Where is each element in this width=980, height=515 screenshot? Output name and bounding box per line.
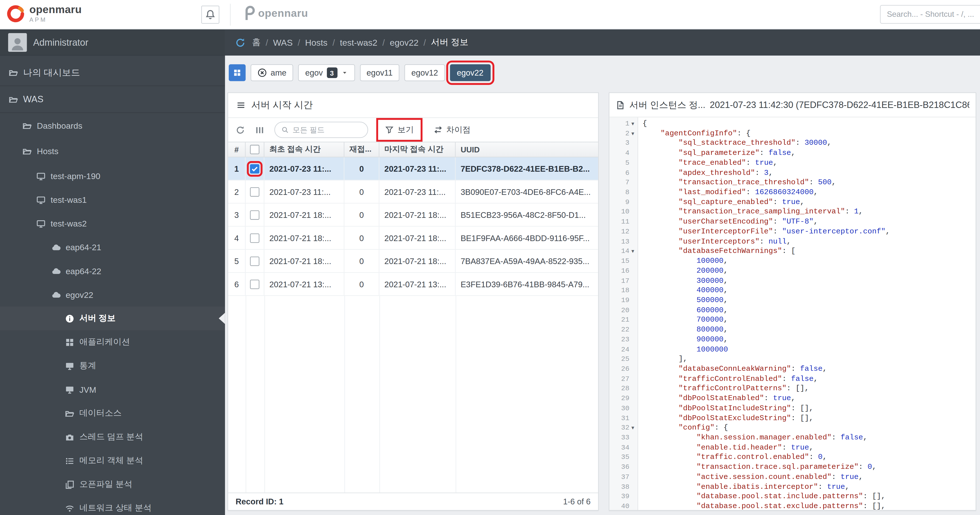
code-source: { "agentConfigInfo": { "sql_stacktrace_t… bbox=[638, 117, 975, 510]
column-header-4[interactable]: UUID bbox=[455, 142, 598, 157]
table-row-1[interactable]: 12021-07-23 11:...02021-07-23 11:...7EDF… bbox=[228, 157, 598, 181]
select-all-checkbox[interactable] bbox=[250, 145, 259, 154]
fold-caret-icon[interactable]: ▾ bbox=[629, 119, 636, 129]
reconnect-count: 0 bbox=[344, 273, 380, 295]
sidebar-item-test-apm-190[interactable]: test-apm-190 bbox=[0, 164, 225, 188]
column-header-0[interactable]: # bbox=[228, 142, 246, 157]
sidebar-item-statistics[interactable]: 통계 bbox=[0, 354, 225, 378]
line-number: 4 bbox=[625, 149, 629, 158]
column-header-1[interactable]: 최초 접속 시간 bbox=[264, 142, 344, 157]
line-number: 33 bbox=[621, 433, 629, 443]
notifications-button[interactable] bbox=[201, 6, 220, 24]
first-access-time: 2021-07-21 13:... bbox=[264, 273, 344, 295]
breadcrumb-item-1[interactable]: WAS bbox=[273, 38, 293, 48]
sidebar-item-open-file[interactable]: 오픈파일 분석 bbox=[0, 472, 225, 496]
reconnect-count: 0 bbox=[344, 204, 380, 226]
line-number: 39 bbox=[621, 492, 629, 502]
table-row-3[interactable]: 32021-07-21 18:...02021-07-21 18:...B51E… bbox=[228, 204, 598, 227]
x-circle-icon[interactable] bbox=[258, 68, 267, 77]
filter-chip-label: egov12 bbox=[412, 68, 438, 77]
sidebar-item-application[interactable]: 애플리케이션 bbox=[0, 330, 225, 354]
row-checkbox[interactable] bbox=[250, 210, 259, 219]
sidebar-item-eap64-21[interactable]: eap64-21 bbox=[0, 235, 225, 259]
sidebar-item-server-info[interactable]: 서버 정보 bbox=[0, 307, 225, 330]
column-header-2[interactable]: 재접... bbox=[344, 142, 380, 157]
row-checkbox[interactable] bbox=[250, 279, 259, 289]
table-filler bbox=[228, 296, 598, 493]
fold-caret-icon[interactable]: ▾ bbox=[629, 129, 636, 139]
code-line: "dbPoolStatExcludeString": [], bbox=[643, 414, 975, 424]
line-number: 30 bbox=[621, 404, 629, 414]
sidebar-item-was[interactable]: WAS bbox=[0, 86, 225, 113]
filter-chip-egov12[interactable]: egov12 bbox=[404, 64, 445, 81]
sidebar-item-network-status[interactable]: 네트워크 상태 분석 bbox=[0, 496, 225, 515]
columns-button[interactable] bbox=[255, 125, 264, 135]
breadcrumb-item-2[interactable]: Hosts bbox=[305, 38, 328, 48]
sidebar-item-label: test-was1 bbox=[51, 195, 87, 204]
grid-view-button[interactable] bbox=[229, 64, 245, 81]
line-number: 3 bbox=[625, 139, 629, 149]
first-access-time: 2021-07-21 18:... bbox=[264, 250, 344, 272]
sidebar-item-hosts[interactable]: Hosts bbox=[0, 139, 225, 164]
line-number: 20 bbox=[621, 306, 629, 316]
table-row-2[interactable]: 22021-07-23 11:...02021-07-23 11:...3B09… bbox=[228, 180, 598, 204]
code-line: "sql_capture_enabled": true, bbox=[643, 198, 975, 208]
code-line: 200000, bbox=[643, 266, 975, 276]
filter-chip-name[interactable]: ame bbox=[250, 64, 293, 81]
gutter-line: 10 bbox=[609, 208, 638, 217]
sidebar-item-test-was2[interactable]: test-was2 bbox=[0, 212, 225, 235]
sidebar-item-memory-object[interactable]: 메모리 객체 분석 bbox=[0, 449, 225, 472]
sidebar-item-test-was1[interactable]: test-was1 bbox=[0, 188, 225, 212]
sidebar-item-datasource[interactable]: 데이터소스 bbox=[0, 401, 225, 425]
table-row-5[interactable]: 52021-07-21 18:...02021-07-21 18:...7BA8… bbox=[228, 250, 598, 273]
sidebar-item-jvm[interactable]: JVM bbox=[0, 378, 225, 401]
column-header-3[interactable]: 마지막 접속 시간 bbox=[379, 142, 455, 157]
gutter-line: 6 bbox=[609, 168, 638, 178]
menu-icon bbox=[236, 101, 245, 110]
brand-text: openmaru APM bbox=[29, 5, 82, 23]
folder-icon bbox=[22, 121, 32, 130]
gutter-line: 36 bbox=[609, 463, 638, 472]
gutter-line: 38 bbox=[609, 482, 638, 492]
filter-chip-egov[interactable]: egov3 bbox=[298, 64, 355, 81]
fold-caret-icon[interactable]: ▾ bbox=[629, 423, 636, 433]
row-checkbox-cell bbox=[245, 180, 264, 203]
filter-chip-egov11[interactable]: egov11 bbox=[360, 64, 399, 81]
last-access-time: 2021-07-21 18:... bbox=[379, 250, 455, 272]
row-checkbox[interactable] bbox=[250, 164, 259, 173]
row-checkbox[interactable] bbox=[250, 187, 259, 196]
filter-chip-egov22[interactable]: egov22 bbox=[450, 64, 490, 81]
sidebar-item-egov22[interactable]: egov22 bbox=[0, 283, 225, 307]
code-line: "dbPoolStatEnabled": true, bbox=[643, 394, 975, 404]
fold-caret-icon[interactable]: ▾ bbox=[629, 247, 636, 257]
sidebar-item-eap64-22[interactable]: eap64-22 bbox=[0, 259, 225, 283]
line-number: 22 bbox=[621, 325, 629, 335]
diff-button[interactable]: 차이점 bbox=[428, 121, 476, 139]
sidebar-item-my-dashboard[interactable]: 나의 대시보드 bbox=[0, 59, 225, 86]
table-refresh-button[interactable] bbox=[235, 125, 245, 135]
global-search-input[interactable] bbox=[880, 5, 980, 24]
file-icon bbox=[616, 100, 625, 110]
view-button[interactable]: 보기 bbox=[379, 121, 419, 139]
code-line: 500000, bbox=[643, 296, 975, 306]
breadcrumb-item-4[interactable]: egov22 bbox=[390, 38, 418, 48]
line-number: 19 bbox=[621, 296, 629, 306]
row-checkbox[interactable] bbox=[250, 257, 259, 266]
breadcrumb-item-0[interactable]: 홈 bbox=[252, 37, 261, 48]
breadcrumb-refresh-button[interactable] bbox=[235, 37, 245, 48]
breadcrumb-item-3[interactable]: test-was2 bbox=[340, 38, 377, 48]
code-line: 1000000 bbox=[643, 345, 975, 355]
row-checkbox-cell bbox=[245, 273, 264, 295]
code-line: "userInterceptorFile": "user-interceptor… bbox=[643, 227, 975, 237]
sidebar-item-thread-dump[interactable]: 스레드 덤프 분석 bbox=[0, 425, 225, 449]
user-header[interactable]: Administrator bbox=[0, 29, 225, 55]
sidebar-item-dashboards[interactable]: Dashboards bbox=[0, 113, 225, 139]
row-checkbox[interactable] bbox=[250, 233, 259, 242]
breadcrumb-item-5[interactable]: 서버 정보 bbox=[431, 37, 468, 48]
table-row-6[interactable]: 62021-07-21 13:...02021-07-21 13:...E3FE… bbox=[228, 273, 598, 296]
line-number: 9 bbox=[625, 198, 629, 208]
table-row-4[interactable]: 42021-07-21 18:...02021-07-21 18:...BE1F… bbox=[228, 227, 598, 250]
table-search-input[interactable] bbox=[293, 125, 361, 134]
gutter-line: 15 bbox=[609, 257, 638, 266]
gutter-line: 22 bbox=[609, 325, 638, 335]
